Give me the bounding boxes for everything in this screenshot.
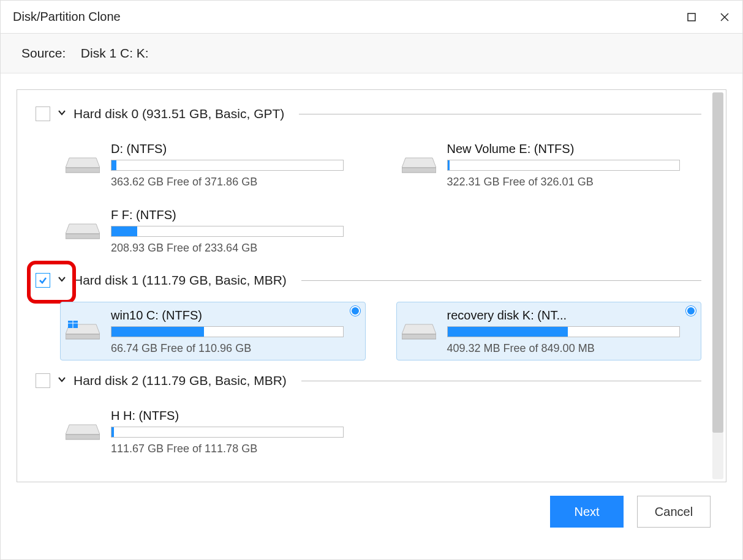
partition-body: recovery disk K: (NT...409.32 MB Free of… — [447, 308, 694, 355]
partition-name: win10 C: (NTFS) — [111, 308, 331, 323]
disk-icon — [66, 321, 100, 342]
disk-header: Hard disk 1 (111.79 GB, Basic, MBR) — [36, 266, 701, 294]
usage-text: 208.93 GB Free of 233.64 GB — [111, 242, 358, 255]
disk-checkbox[interactable] — [36, 106, 50, 121]
usage-bar — [111, 427, 344, 438]
selected-indicator-icon — [686, 306, 696, 316]
footer: Next Cancel — [17, 482, 726, 543]
partition-body: F F: (NTFS)208.93 GB Free of 233.64 GB — [111, 208, 358, 255]
disk-block: Hard disk 1 (111.79 GB, Basic, MBR) win1… — [36, 266, 701, 360]
disk-title: Hard disk 2 (111.79 GB, Basic, MBR) — [74, 373, 287, 388]
disk-icon — [402, 154, 436, 175]
partition-name: New Volume E: (NTFS) — [447, 142, 668, 156]
disk-icon — [66, 220, 100, 241]
partition-body: New Volume E: (NTFS)322.31 GB Free of 32… — [447, 142, 694, 189]
svg-marker-14 — [402, 324, 436, 334]
source-label: Source: — [21, 46, 66, 60]
svg-rect-4 — [66, 168, 100, 173]
disk-header: Hard disk 0 (931.51 GB, Basic, GPT) — [36, 100, 701, 128]
highlight-annotation — [27, 261, 76, 304]
close-button[interactable] — [719, 12, 730, 23]
disk-icon — [402, 321, 436, 342]
disk-checkbox[interactable] — [36, 373, 50, 388]
disk-block: Hard disk 2 (111.79 GB, Basic, MBR) H H:… — [36, 367, 701, 461]
partition-body: win10 C: (NTFS)66.74 GB Free of 110.96 G… — [111, 308, 358, 355]
window-controls — [686, 12, 730, 23]
usage-bar — [111, 326, 344, 337]
partition-name: F F: (NTFS) — [111, 208, 331, 222]
partition-name: D: (NTFS) — [111, 142, 331, 156]
partition-item[interactable]: D: (NTFS)363.62 GB Free of 371.86 GB — [60, 135, 366, 194]
usage-text: 409.32 MB Free of 849.00 MB — [447, 342, 694, 355]
partition-item[interactable]: recovery disk K: (NT...409.32 MB Free of… — [396, 302, 702, 360]
svg-rect-6 — [402, 168, 436, 173]
usage-bar-fill — [111, 327, 204, 337]
usage-bar-fill — [111, 160, 116, 170]
disk-block: Hard disk 0 (931.51 GB, Basic, GPT) D: (… — [36, 100, 701, 260]
divider — [301, 381, 701, 381]
usage-bar — [447, 160, 680, 171]
disk-header: Hard disk 2 (111.79 GB, Basic, MBR) — [36, 367, 701, 395]
partition-body: H H: (NTFS)111.67 GB Free of 111.78 GB — [111, 409, 358, 455]
partition-item[interactable]: win10 C: (NTFS)66.74 GB Free of 110.96 G… — [60, 302, 366, 360]
disk-checkbox[interactable] — [36, 273, 50, 288]
partition-name: recovery disk K: (NT... — [447, 308, 668, 323]
disk-title: Hard disk 1 (111.79 GB, Basic, MBR) — [74, 273, 287, 288]
scrollbar[interactable] — [712, 92, 723, 479]
svg-rect-10 — [66, 334, 100, 339]
disk-list: Hard disk 0 (931.51 GB, Basic, GPT) D: (… — [17, 90, 726, 477]
svg-rect-15 — [402, 334, 436, 339]
svg-marker-7 — [66, 224, 100, 234]
scrollbar-thumb[interactable] — [712, 92, 723, 433]
usage-bar-fill — [111, 226, 137, 236]
window-title: Disk/Partition Clone — [13, 10, 121, 24]
next-button[interactable]: Next — [550, 496, 624, 528]
usage-bar — [447, 326, 680, 337]
partition-item[interactable]: F F: (NTFS)208.93 GB Free of 233.64 GB — [60, 201, 366, 260]
usage-text: 363.62 GB Free of 371.86 GB — [111, 176, 358, 189]
app-window: Disk/Partition Clone Source: Disk 1 C: K… — [0, 0, 743, 560]
usage-bar-fill — [448, 160, 450, 170]
partition-grid: win10 C: (NTFS)66.74 GB Free of 110.96 G… — [36, 302, 701, 360]
partition-grid: H H: (NTFS)111.67 GB Free of 111.78 GB — [36, 402, 701, 461]
svg-rect-0 — [688, 13, 695, 21]
usage-text: 111.67 GB Free of 111.78 GB — [111, 442, 358, 455]
disk-icon — [66, 154, 100, 175]
usage-bar-fill — [448, 327, 568, 337]
usage-bar — [111, 226, 344, 237]
usage-bar — [111, 160, 344, 171]
svg-rect-17 — [66, 435, 100, 439]
titlebar: Disk/Partition Clone — [1, 1, 742, 34]
usage-bar-fill — [111, 427, 114, 437]
cancel-button[interactable]: Cancel — [637, 496, 711, 528]
chevron-down-icon[interactable] — [56, 374, 67, 387]
usage-text: 66.74 GB Free of 110.96 GB — [111, 342, 358, 355]
usage-text: 322.31 GB Free of 326.01 GB — [447, 176, 694, 189]
chevron-down-icon[interactable] — [56, 274, 67, 287]
svg-marker-5 — [402, 158, 436, 168]
disk-panel: Hard disk 0 (931.51 GB, Basic, GPT) D: (… — [17, 89, 726, 482]
maximize-button[interactable] — [686, 12, 697, 23]
partition-item[interactable]: New Volume E: (NTFS)322.31 GB Free of 32… — [396, 135, 702, 194]
disk-title: Hard disk 0 (931.51 GB, Basic, GPT) — [74, 106, 284, 121]
partition-name: H H: (NTFS) — [111, 409, 331, 423]
svg-marker-3 — [66, 158, 100, 168]
content-area: Hard disk 0 (931.51 GB, Basic, GPT) D: (… — [1, 73, 742, 559]
partition-body: D: (NTFS)363.62 GB Free of 371.86 GB — [111, 142, 358, 189]
selected-indicator-icon — [350, 306, 360, 316]
svg-marker-16 — [66, 425, 100, 435]
source-bar: Source: Disk 1 C: K: — [1, 34, 742, 73]
partition-item[interactable]: H H: (NTFS)111.67 GB Free of 111.78 GB — [60, 402, 366, 461]
disk-icon — [66, 421, 100, 442]
svg-rect-8 — [66, 234, 100, 239]
partition-grid: D: (NTFS)363.62 GB Free of 371.86 GB New… — [36, 135, 701, 260]
chevron-down-icon[interactable] — [56, 107, 67, 121]
divider — [301, 280, 701, 281]
divider — [299, 114, 701, 114]
source-value: Disk 1 C: K: — [81, 46, 149, 60]
